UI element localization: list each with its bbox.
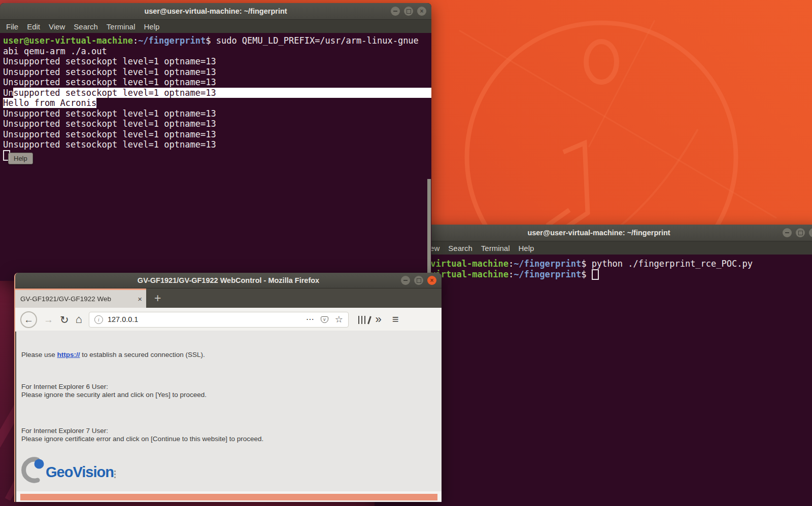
firefox-titlebar[interactable]: GV-GF1921/GV-GF1922 WebControl - Mozilla… <box>15 273 442 288</box>
firefox-window: GV-GF1921/GV-GF1922 WebControl - Mozilla… <box>14 273 442 502</box>
output-text: Unsupported setsockopt level=1 optname=1… <box>3 139 216 150</box>
close-icon: × <box>420 8 423 14</box>
maximize-icon <box>417 278 421 283</box>
menu-terminal[interactable]: Terminal <box>481 244 510 252</box>
prompt-colon: : <box>509 269 514 279</box>
library-icon[interactable] <box>358 315 369 324</box>
terminal2-menubar: FileEditViewSearchTerminalHelp <box>375 241 812 255</box>
https-link[interactable]: https:// <box>57 351 80 358</box>
output-text: Unsupported setsockopt level=1 optname=1… <box>3 129 216 139</box>
close-button[interactable]: × <box>417 7 426 16</box>
ie6-title: For Internet Explorer 6 User: <box>21 383 442 391</box>
maximize-icon <box>798 231 803 235</box>
minimize-button[interactable] <box>401 276 410 285</box>
site-info-icon[interactable]: i <box>94 315 103 324</box>
menu-search[interactable]: Search <box>448 244 472 252</box>
terminal-cursor <box>592 269 599 280</box>
terminal-line: Unsupported setsockopt level=1 optname=1… <box>3 119 431 129</box>
command-text: python ./fingerprint_rce_POC.py <box>592 259 753 269</box>
maximize-icon <box>407 9 411 14</box>
menu-view[interactable]: View <box>49 22 65 31</box>
ie7-notice: For Internet Explorer 7 User: Please ign… <box>21 427 442 443</box>
minimize-icon <box>403 280 408 281</box>
ie7-text: Please ignore certificate error and clic… <box>21 435 442 443</box>
ssl-text-post: to establish a secured connection (SSL). <box>80 351 205 358</box>
page-footer <box>16 491 442 502</box>
terminal-line: Unsupported setsockopt level=1 optname=1… <box>3 56 431 67</box>
menu-help[interactable]: Help <box>519 244 534 252</box>
terminal-line: user@user-virtual-machine:~/fingerprint$… <box>379 258 812 269</box>
firefox-page-content: Please use https:// to establish a secur… <box>16 331 442 502</box>
selected-text: Hello from Acronis <box>3 98 96 108</box>
prompt-dollar: $ <box>206 35 216 46</box>
reload-button[interactable]: ↻ <box>60 314 69 325</box>
output-text: Un <box>3 88 13 98</box>
bookmark-star-icon[interactable]: ☆ <box>335 315 343 324</box>
geovision-logo: GeoVision <box>20 456 442 486</box>
ssl-notice-line: Please use https:// to establish a secur… <box>21 351 442 359</box>
terminal-line: Unsupported setsockopt level=1 optname=1… <box>3 129 431 140</box>
maximize-button[interactable] <box>796 228 805 237</box>
prompt-colon: : <box>133 35 138 46</box>
terminal-line: user@user-virtual-machine:~/fingerprint$ <box>379 269 812 280</box>
output-text: Unsupported setsockopt level=1 optname=1… <box>3 77 216 87</box>
command-text: sudo QEMU_LD_PREFIX=/usr/arm-linux-gnue <box>216 35 419 46</box>
terminal-line: Unsupported setsockopt level=1 optname=1… <box>3 88 431 98</box>
menu-edit[interactable]: Edit <box>27 22 40 31</box>
ie6-text: Please ignore the security alert and cli… <box>21 391 442 399</box>
terminal-line: Unsupported setsockopt level=1 optname=1… <box>3 139 431 150</box>
command-text: abi qemu-arm ./a.out <box>3 46 107 56</box>
firefox-title: GV-GF1921/GV-GF1922 WebControl - Mozilla… <box>138 276 319 284</box>
back-button[interactable]: ← <box>20 311 37 328</box>
terminal-line: Unsupported setsockopt level=1 optname=1… <box>3 77 431 88</box>
prompt-colon: : <box>509 259 514 269</box>
help-tooltip: Help <box>8 153 33 164</box>
close-button[interactable]: × <box>809 228 812 237</box>
url-bar[interactable]: i 127.0.0.1 ⋯ v ☆ <box>89 312 349 328</box>
terminal-window-left: user@user-virtual-machine: ~/fingerprint… <box>0 3 431 281</box>
ie7-title: For Internet Explorer 7 User: <box>21 427 442 435</box>
logo-dot <box>35 459 44 469</box>
home-button[interactable]: ⌂ <box>76 314 82 325</box>
terminal-line: Unsupported setsockopt level=1 optname=1… <box>3 109 431 119</box>
terminal-line: abi qemu-arm ./a.out <box>3 46 431 57</box>
hamburger-menu-icon[interactable]: ≡ <box>392 314 399 325</box>
menu-terminal[interactable]: Terminal <box>107 22 136 31</box>
forward-button[interactable]: → <box>44 315 53 324</box>
pocket-icon[interactable]: v <box>321 316 328 323</box>
firefox-navbar: ← → ↻ ⌂ i 127.0.0.1 ⋯ v ☆ » ≡ <box>15 308 442 332</box>
prompt-path: ~/fingerprint <box>514 269 581 279</box>
terminal-line: user@user-virtual-machine:~/fingerprint$… <box>3 35 431 46</box>
output-text: Unsupported setsockopt level=1 optname=1… <box>3 119 216 129</box>
minimize-button[interactable] <box>391 7 400 16</box>
close-button[interactable]: × <box>427 276 436 285</box>
new-tab-button[interactable]: + <box>154 288 161 308</box>
maximize-button[interactable] <box>404 7 413 16</box>
maximize-button[interactable] <box>414 276 423 285</box>
terminal1-titlebar[interactable]: user@user-virtual-machine: ~/fingerprint… <box>0 3 431 20</box>
terminal1-menubar: FileEditViewSearchTerminalHelp <box>0 20 431 33</box>
terminal-line: Unsupported setsockopt level=1 optname=1… <box>3 67 431 78</box>
menu-file[interactable]: File <box>6 22 18 31</box>
ie6-notice: For Internet Explorer 6 User: Please ign… <box>21 383 442 399</box>
firefox-tab-strip: GV-GF1921/GV-GF1922 Web × + <box>15 288 442 308</box>
overflow-chevrons-icon[interactable]: » <box>375 314 381 325</box>
prompt-path: ~/fingerprint <box>138 35 206 46</box>
prompt-dollar: $ <box>581 259 591 269</box>
minimize-button[interactable] <box>783 228 792 237</box>
terminal-line <box>3 150 431 161</box>
menu-help[interactable]: Help <box>144 22 160 31</box>
menu-search[interactable]: Search <box>74 22 98 31</box>
back-icon: ← <box>24 315 33 324</box>
prompt-user: user@user-virtual-machine <box>3 35 133 46</box>
terminal1-title: user@user-virtual-machine: ~/fingerprint <box>144 7 287 15</box>
terminal1-content[interactable]: user@user-virtual-machine:~/fingerprint$… <box>0 33 431 281</box>
tab-webcontrol[interactable]: GV-GF1921/GV-GF1922 Web × <box>15 288 146 308</box>
terminal2-titlebar[interactable]: user@user-virtual-machine: ~/fingerprint… <box>375 225 812 241</box>
logo-text: GeoVision <box>46 464 114 480</box>
close-icon: × <box>430 277 433 283</box>
page-actions-icon[interactable]: ⋯ <box>306 315 314 323</box>
terminal-line: Hello from Acronis <box>3 98 431 109</box>
tab-close-icon[interactable]: × <box>138 295 142 303</box>
minimize-icon <box>393 11 397 12</box>
